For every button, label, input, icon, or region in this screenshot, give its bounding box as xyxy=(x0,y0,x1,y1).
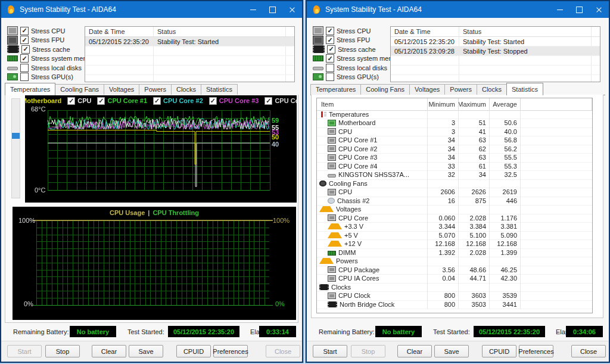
legend-checkbox[interactable]: ✓ xyxy=(97,97,105,105)
stress-checkbox[interactable] xyxy=(326,64,334,72)
log-col-status: Status xyxy=(459,27,592,36)
legend-checkbox[interactable]: ✓ xyxy=(209,97,217,105)
log-row[interactable] xyxy=(391,66,600,75)
stats-cell-average xyxy=(490,257,521,266)
preferences-button[interactable]: Preferences xyxy=(519,345,553,357)
log-row[interactable] xyxy=(85,46,294,56)
minimize-button[interactable] xyxy=(243,2,263,17)
stats-row[interactable]: CPU34140.0 xyxy=(317,127,592,136)
stability-test-window-running: System Stability Test - AIDA64 ✓Stress C… xyxy=(0,0,303,363)
stats-row[interactable]: Chassis #216875446 xyxy=(317,197,592,206)
tab-voltages[interactable]: Voltages xyxy=(104,84,139,95)
stats-row[interactable]: CPU Core #3346355.5 xyxy=(317,154,592,163)
stress-checkbox[interactable]: ✓ xyxy=(20,36,29,44)
stats-row[interactable]: CPU Core #2346256.2 xyxy=(317,145,592,154)
stress-checkbox[interactable]: ✓ xyxy=(21,45,30,54)
stats-cell-minimum xyxy=(428,283,459,293)
close-window-button[interactable] xyxy=(589,2,609,17)
stress-checkbox[interactable] xyxy=(20,73,29,81)
clear-button[interactable]: Clear xyxy=(397,345,432,357)
stress-option-row: Stress GPU(s) xyxy=(313,73,391,82)
save-button[interactable]: Save xyxy=(434,345,469,357)
cpuid-button[interactable]: CPUID xyxy=(176,345,211,357)
minimize-button[interactable] xyxy=(550,2,569,17)
cpuid-button[interactable]: CPUID xyxy=(482,345,516,357)
usage-left-max-label: 100% xyxy=(18,217,35,224)
log-row[interactable] xyxy=(391,75,600,82)
stats-row[interactable]: CPU IA Cores0.0444.7142.30 xyxy=(317,275,592,284)
stats-row[interactable]: CPU260626262619 xyxy=(317,188,592,197)
legend-checkbox[interactable]: ✓ xyxy=(67,97,75,105)
status-bar: Remaining Battery: No battery Test Start… xyxy=(307,326,609,339)
log-row[interactable] xyxy=(391,56,600,66)
log-row[interactable]: 05/12/2015 23:09:28Stability Test: Stopp… xyxy=(391,46,600,56)
legend-checkbox[interactable]: ✓ xyxy=(153,97,161,105)
graph-scale-slider[interactable] xyxy=(11,98,20,198)
titlebar[interactable]: System Stability Test - AIDA64 xyxy=(307,1,609,18)
stress-checkbox[interactable] xyxy=(20,64,29,72)
maximize-button[interactable] xyxy=(569,2,589,17)
start-button: Start xyxy=(7,345,42,357)
stats-row[interactable]: CPU Core #4336155.3 xyxy=(317,162,592,171)
preferences-button[interactable]: Preferences xyxy=(213,345,248,357)
titlebar[interactable]: System Stability Test - AIDA64 xyxy=(1,1,302,18)
tab-statistics[interactable]: Statistics xyxy=(506,83,543,95)
log-row[interactable] xyxy=(85,56,294,66)
stats-row[interactable]: DIMM1.3922.0281.399 xyxy=(317,248,592,257)
log-row[interactable] xyxy=(85,66,294,75)
stress-checkbox[interactable] xyxy=(326,73,334,81)
stats-row[interactable]: KINGSTON SHSS37A...323432.5 xyxy=(317,171,592,180)
tab-statistics[interactable]: Statistics xyxy=(201,84,238,95)
stress-checkbox[interactable]: ✓ xyxy=(327,45,335,54)
tab-cooling-fans[interactable]: Cooling Fans xyxy=(360,84,410,95)
stats-row[interactable]: +3.3 V3.3443.3843.381 xyxy=(317,223,592,232)
tab-powers[interactable]: Powers xyxy=(444,84,477,95)
event-log-table[interactable]: Date & TimeStatus05/12/2015 22:35:20Stab… xyxy=(85,26,295,82)
stats-col-empty xyxy=(521,98,592,111)
event-log-table[interactable]: Date & TimeStatus05/12/2015 22:35:20Stab… xyxy=(390,26,600,82)
close-window-button[interactable] xyxy=(282,2,302,17)
save-button[interactable]: Save xyxy=(129,345,163,357)
log-cell-gutter xyxy=(592,56,600,65)
stress-checkbox[interactable]: ✓ xyxy=(326,27,334,35)
tab-cooling-fans[interactable]: Cooling Fans xyxy=(55,84,104,95)
stats-cell-average: 55.3 xyxy=(490,162,521,172)
stats-row[interactable]: Clocks xyxy=(317,283,592,292)
stats-row[interactable]: +12 V12.16812.16812.168 xyxy=(317,240,592,249)
slider-thumb[interactable] xyxy=(12,133,20,139)
stress-checkbox[interactable]: ✓ xyxy=(20,54,29,63)
stats-cell-item: North Bridge Clock xyxy=(317,300,428,310)
stats-row[interactable]: CPU Core0.0602.0281.176 xyxy=(317,214,592,223)
stress-checkbox[interactable]: ✓ xyxy=(326,36,334,44)
maximize-button[interactable] xyxy=(263,2,282,17)
tab-clocks[interactable]: Clocks xyxy=(477,84,507,95)
log-row[interactable] xyxy=(85,75,294,82)
stats-row[interactable]: CPU Core #1346356.8 xyxy=(317,136,592,145)
stress-checkbox[interactable]: ✓ xyxy=(20,27,29,35)
clear-button[interactable]: Clear xyxy=(92,345,126,357)
tab-clocks[interactable]: Clocks xyxy=(171,84,201,95)
log-row[interactable]: 05/12/2015 22:35:20Stability Test: Start… xyxy=(85,37,294,46)
stats-row[interactable]: +5 V5.0705.1005.090 xyxy=(317,231,592,240)
cache-icon xyxy=(313,45,325,53)
log-cell-datetime xyxy=(391,75,459,82)
log-row[interactable]: 05/12/2015 22:35:20Stability Test: Start… xyxy=(391,37,600,46)
stats-row[interactable]: Powers xyxy=(317,257,592,266)
stress-checkbox[interactable]: ✓ xyxy=(326,54,334,63)
tab-powers[interactable]: Powers xyxy=(139,84,172,95)
stop-button[interactable]: Stop xyxy=(45,345,80,357)
tab-voltages[interactable]: Voltages xyxy=(409,84,445,95)
close-button[interactable]: Close xyxy=(571,345,606,357)
stats-row[interactable]: North Bridge Clock80035033441 xyxy=(317,300,592,309)
tab-temperatures[interactable]: Temperatures xyxy=(5,83,55,95)
stats-row[interactable]: Temperatures xyxy=(317,110,592,119)
stats-row[interactable]: CPU Clock80036033539 xyxy=(317,292,592,301)
start-button[interactable]: Start xyxy=(313,345,347,357)
stats-row[interactable]: Cooling Fans xyxy=(317,179,592,188)
tab-temperatures[interactable]: Temperatures xyxy=(310,84,361,95)
stress-option-label: Stress cache xyxy=(32,46,70,53)
stats-row[interactable]: Motherboard35150.6 xyxy=(317,119,592,128)
stats-row[interactable]: Voltages xyxy=(317,206,592,214)
stats-row[interactable]: CPU Package3.5648.6646.25 xyxy=(317,266,592,275)
statistics-table[interactable]: ItemMinimumMaximumAverageTemperaturesMot… xyxy=(316,98,593,313)
